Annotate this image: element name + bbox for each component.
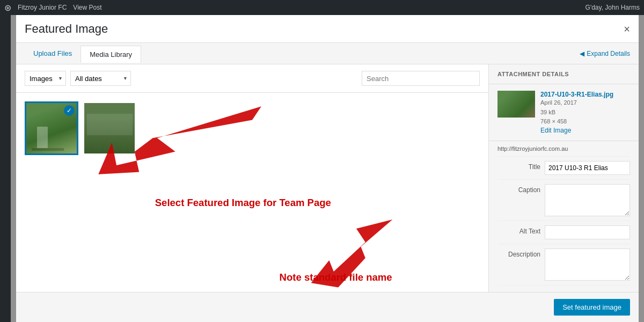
selected-checkmark: ✓ [64, 105, 75, 116]
site-name[interactable]: Fitzroy Junior FC [18, 4, 67, 11]
media-grid: ✓ [16, 93, 488, 292]
set-featured-image-button[interactable]: Set featured image [554, 299, 630, 316]
field-row-title: Title [497, 157, 630, 180]
field-label-title: Title [497, 161, 540, 171]
expand-details-button[interactable]: ◀ Expand Details [580, 50, 630, 57]
field-label-alttext: Alt Text [497, 225, 540, 235]
attachment-header: ATTACHMENT DETAILS [489, 64, 639, 84]
field-row-url: http://fitzroyjuniorfc.com.au [497, 141, 630, 157]
field-row-description: Description [497, 244, 630, 286]
field-row-caption: Caption [497, 180, 630, 221]
search-input[interactable] [362, 71, 480, 86]
attachment-sidebar: ATTACHMENT DETAILS 2017-U10-3-R1-Elias.j… [488, 64, 639, 292]
admin-bar: ⊛ Fitzroy Junior FC View Post G'day, Joh… [0, 0, 644, 15]
filter-bar: Images Audio Video All dates January 201… [16, 64, 488, 93]
modal-toolbar: Upload Files Media Library ◀ Expand Deta… [16, 43, 639, 64]
type-filter-select[interactable]: Images Audio Video [25, 71, 66, 86]
field-input-title[interactable] [545, 161, 630, 175]
attachment-date: April 26, 2017 [540, 98, 630, 108]
date-filter-select[interactable]: All dates January 2017 April 2017 [70, 71, 131, 86]
modal-overlay: Featured Image × Upload Files Media Libr… [11, 15, 644, 322]
attachment-filesize: 39 kB [540, 108, 630, 118]
media-item-2[interactable] [83, 101, 136, 155]
field-input-alttext[interactable] [545, 225, 630, 239]
modal-header: Featured Image × [16, 15, 639, 43]
modal-close-button[interactable]: × [624, 24, 630, 34]
modal-body: Images Audio Video All dates January 201… [16, 64, 639, 292]
date-filter-wrapper: All dates January 2017 April 2017 [70, 71, 131, 86]
tab-upload[interactable]: Upload Files [25, 45, 80, 62]
field-textarea-caption[interactable] [545, 184, 630, 216]
view-post-link[interactable]: View Post [73, 4, 101, 11]
field-label-description: Description [497, 248, 540, 258]
attachment-fields: http://fitzroyjuniorfc.com.au Title Capt… [489, 141, 639, 292]
field-row-alttext: Alt Text [497, 221, 630, 244]
modal-tabs: Upload Files Media Library [25, 45, 141, 62]
svg-text:Select Featured Image for Team: Select Featured Image for Team Page [155, 197, 331, 208]
attachment-filename: 2017-U10-3-R1-Elias.jpg [540, 91, 630, 98]
svg-marker-3 [311, 219, 393, 287]
content-area: Images Audio Video All dates January 201… [16, 64, 488, 292]
type-filter-wrapper: Images Audio Video [25, 71, 66, 86]
admin-sidebar [0, 15, 11, 322]
featured-image-modal: Featured Image × Upload Files Media Libr… [16, 15, 639, 322]
attachment-url: http://fitzroyjuniorfc.com.au [497, 145, 630, 152]
user-greeting: G'day, John Harms [586, 4, 640, 11]
attachment-dimensions: 768 × 458 [540, 117, 630, 127]
attachment-thumbnail [497, 91, 535, 118]
chevron-left-icon: ◀ [580, 50, 584, 57]
field-textarea-description[interactable] [545, 248, 630, 281]
tab-media-library[interactable]: Media Library [80, 46, 141, 63]
wp-logo: ⊛ [4, 3, 11, 13]
attachment-info: 2017-U10-3-R1-Elias.jpg April 26, 2017 3… [540, 91, 630, 134]
expand-details-label: Expand Details [587, 50, 630, 57]
edit-image-link[interactable]: Edit Image [540, 127, 571, 134]
svg-text:Note standard file name: Note standard file name [280, 272, 392, 283]
media-items-container: ✓ [25, 101, 480, 155]
attachment-preview: 2017-U10-3-R1-Elias.jpg April 26, 2017 3… [489, 84, 639, 141]
modal-title: Featured Image [25, 22, 108, 36]
field-label-caption: Caption [497, 184, 540, 194]
modal-footer: Set featured image [16, 292, 639, 322]
media-item-selected[interactable]: ✓ [25, 101, 78, 155]
